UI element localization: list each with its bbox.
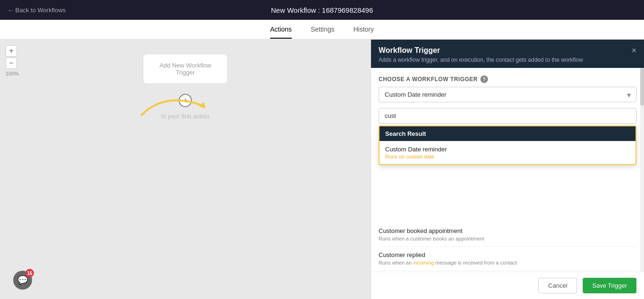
save-trigger-button[interactable]: Save Trigger (583, 278, 636, 293)
right-panel: Workflow Trigger × Adds a workflow trigg… (371, 40, 644, 299)
workflow-title: New Workflow : 1687969828496 (271, 6, 373, 14)
scroll-indicator (640, 68, 644, 299)
add-workflow-trigger-box[interactable]: Add New Workflow Trigger (143, 54, 228, 84)
highlight-incoming: incoming (413, 260, 434, 266)
cancel-button[interactable]: Cancel (538, 278, 577, 293)
trigger-list-item-1[interactable]: Customer replied Runs when an incoming m… (379, 247, 636, 271)
trigger-list-desc-1: Runs when an incoming message is receive… (379, 260, 636, 266)
tabs-row: Actions ▾ Actions Settings History (0, 20, 644, 40)
top-nav: ← Back to Workflows New Workflow : 16879… (0, 0, 644, 20)
trigger-list-desc-0: Runs when a customer books an appointmen… (379, 236, 636, 241)
panel-footer: Cancel Save Trigger (371, 272, 644, 299)
back-to-workflows-link[interactable]: ← Back to Workflows (8, 7, 66, 14)
trigger-list: Customer booked appointment Runs when a … (379, 223, 636, 271)
tab-history[interactable]: History (353, 21, 374, 39)
trigger-list-title-0: Customer booked appointment (379, 227, 636, 234)
add-action-label: ld your first action (161, 113, 209, 120)
zoom-level: 100% (6, 71, 19, 76)
chat-badge-count: 16 (25, 269, 34, 277)
chat-badge[interactable]: 💬 16 (13, 271, 32, 290)
search-result-item-0[interactable]: Custom Date reminder Runs on custom date (380, 141, 636, 164)
tab-actions[interactable]: Actions (270, 21, 292, 39)
svg-marker-0 (198, 101, 207, 109)
panel-header: Workflow Trigger × Adds a workflow trigg… (371, 40, 644, 68)
tab-navigation: Actions Settings History (270, 21, 374, 39)
trigger-list-item-0[interactable]: Customer booked appointment Runs when a … (379, 223, 636, 247)
trigger-list-title-1: Customer replied (379, 251, 636, 258)
search-trigger-input[interactable] (379, 108, 636, 124)
trigger-box-title: Add New Workflow (158, 62, 212, 69)
zoom-in-button[interactable]: + (6, 45, 17, 57)
search-result-subtitle-0: Runs on custom date (385, 154, 630, 159)
close-panel-button[interactable]: × (631, 46, 636, 55)
panel-title-row: Workflow Trigger × (379, 46, 636, 55)
search-results-header: Search Result (380, 126, 636, 141)
panel-subtitle-text: Adds a workflow trigger, and on executio… (379, 57, 636, 63)
trigger-dropdown-wrapper: Custom Date reminder ▾ (379, 87, 636, 102)
info-icon[interactable]: ? (480, 75, 488, 83)
trigger-box-subtitle: Trigger (158, 69, 212, 76)
trigger-dropdown[interactable]: Custom Date reminder (379, 87, 636, 102)
search-result-title-0: Custom Date reminder (385, 146, 630, 153)
add-step-button[interactable]: + (179, 94, 192, 107)
canvas-area: + − 100% Add New Workflow Trigger + ld y… (0, 40, 371, 299)
panel-title-text: Workflow Trigger (379, 46, 440, 55)
zoom-controls: + − 100% (6, 45, 19, 76)
zoom-out-button[interactable]: − (6, 58, 17, 69)
chat-icon: 💬 (17, 275, 28, 285)
tab-settings[interactable]: Settings (311, 21, 335, 39)
search-results-dropdown: Search Result Custom Date reminder Runs … (379, 125, 636, 165)
choose-trigger-label: CHOOSE A WORKFLOW TRIGGER ? (379, 75, 636, 83)
panel-body: CHOOSE A WORKFLOW TRIGGER ? Custom Date … (371, 68, 644, 299)
main-layout: + − 100% Add New Workflow Trigger + ld y… (0, 40, 644, 299)
scroll-thumb (640, 68, 644, 106)
